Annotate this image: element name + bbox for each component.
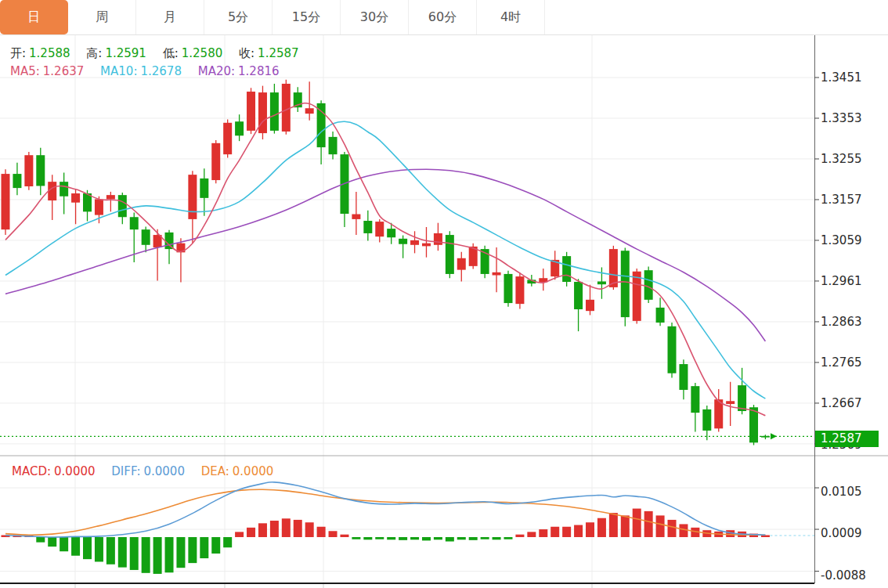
macd-axis-label: 0.0009 [821,526,862,540]
price-arrow-icon [771,433,777,439]
tab-day[interactable]: 日 [0,0,68,34]
period-tabbar: 日周月5分15分30分60分4时 [0,0,888,35]
tab-5min[interactable]: 5分 [204,0,273,34]
close-value: 1.2587 [258,46,299,60]
price-axis-label: 1.3255 [821,152,862,166]
candlestick-series [2,80,770,446]
close-label: 收: [239,46,254,60]
price-axis-label: 1.3451 [821,70,862,85]
macd-label: MACD: [12,464,51,478]
price-axis-label: 1.2765 [821,355,862,370]
price-axis-label: 1.3059 [821,233,862,247]
price-axis-label: 1.2863 [821,315,862,329]
tab-30min[interactable]: 30分 [341,0,409,34]
tab-month[interactable]: 月 [136,0,204,34]
current-price-tag: 1.2587 [815,431,879,447]
ma5-label: MA5: [10,64,40,78]
axes [0,35,888,583]
macd-readout: MACD:0.0000 DIFF:0.0000 DEA:0.0000 [12,464,276,478]
macd-axis-label: 0.0105 [821,485,862,499]
tab-4hour[interactable]: 4时 [477,0,545,34]
high-label: 高: [86,46,102,60]
tab-60min[interactable]: 60分 [409,0,477,34]
dea-value: 0.0000 [233,464,274,478]
ma-lines [5,103,765,416]
low-value: 1.2580 [182,46,223,60]
current-price-line [0,433,814,439]
macd-axis-label: -0.0088 [821,568,866,583]
diff-label: DIFF: [111,464,140,478]
ma20-value: 1.2816 [238,64,280,78]
price-axis-label: 1.3157 [821,193,862,207]
price-axis-label: 1.2961 [821,274,862,288]
macd-histogram [2,509,770,574]
ma10-label: MA10: [100,64,137,78]
open-label: 开: [10,46,26,60]
open-value: 1.2588 [29,46,70,60]
candlestick-chart-canvas[interactable] [0,0,888,588]
low-label: 低: [163,46,179,60]
ma20-label: MA20: [198,64,235,78]
ma10-line [5,121,765,399]
dea-label: DEA: [201,464,229,478]
macd-value: 0.0000 [54,464,96,478]
ohlc-readout: 开:1.2588 高:1.2591 低:1.2580 收:1.2587 [10,46,302,61]
ma-readout: MA5:1.2637 MA10:1.2678 MA20:1.2816 [10,64,283,78]
ma5-value: 1.2637 [43,64,85,78]
price-axis-label: 1.3353 [821,111,862,125]
ma10-value: 1.2678 [140,64,182,78]
tab-week[interactable]: 周 [68,0,136,34]
diff-value: 0.0000 [143,464,185,478]
high-value: 1.2591 [105,46,146,60]
tab-15min[interactable]: 15分 [273,0,341,34]
price-axis-label: 1.2667 [821,396,862,410]
gridlines [0,35,814,588]
